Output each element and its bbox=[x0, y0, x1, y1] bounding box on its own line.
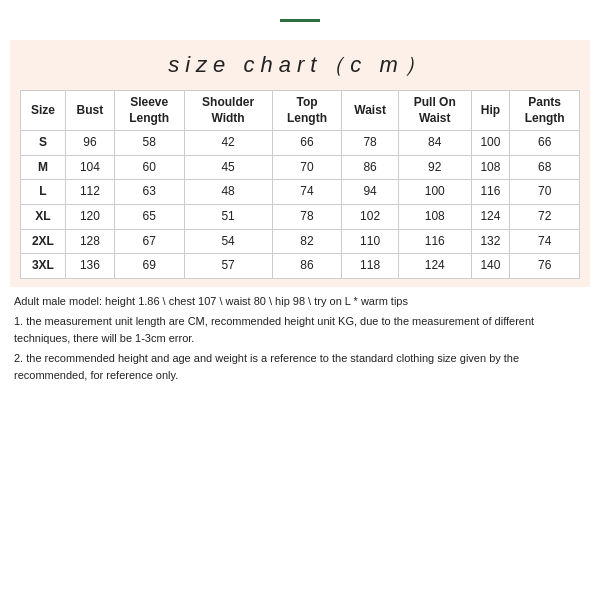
table-cell: 110 bbox=[342, 229, 399, 254]
table-cell: 120 bbox=[65, 204, 114, 229]
size-table: SizeBustSleeve LengthShoulder WidthTop L… bbox=[20, 90, 580, 279]
table-cell: 76 bbox=[510, 254, 580, 279]
table-cell: 118 bbox=[342, 254, 399, 279]
table-cell: S bbox=[21, 131, 66, 156]
table-cell: 124 bbox=[398, 254, 471, 279]
table-cell: 86 bbox=[342, 155, 399, 180]
top-bar bbox=[0, 0, 600, 40]
table-cell: 60 bbox=[114, 155, 184, 180]
table-cell: 42 bbox=[184, 131, 272, 156]
table-cell: 66 bbox=[510, 131, 580, 156]
table-cell: 94 bbox=[342, 180, 399, 205]
chart-title: size chart（c m） bbox=[20, 50, 580, 80]
table-cell: 100 bbox=[398, 180, 471, 205]
table-cell: 128 bbox=[65, 229, 114, 254]
table-cell: 68 bbox=[510, 155, 580, 180]
table-cell: 45 bbox=[184, 155, 272, 180]
table-row: M104604570869210868 bbox=[21, 155, 580, 180]
table-cell: 70 bbox=[510, 180, 580, 205]
table-cell: 54 bbox=[184, 229, 272, 254]
size-chart-container: size chart（c m） SizeBustSleeve LengthSho… bbox=[10, 40, 590, 287]
table-cell: 2XL bbox=[21, 229, 66, 254]
table-cell: 108 bbox=[471, 155, 510, 180]
table-header-cell: Waist bbox=[342, 91, 399, 131]
table-cell: 82 bbox=[272, 229, 342, 254]
table-cell: 78 bbox=[272, 204, 342, 229]
table-cell: 124 bbox=[471, 204, 510, 229]
table-cell: 58 bbox=[114, 131, 184, 156]
table-cell: 116 bbox=[471, 180, 510, 205]
table-cell: 132 bbox=[471, 229, 510, 254]
table-row: XL12065517810210812472 bbox=[21, 204, 580, 229]
table-row: S96584266788410066 bbox=[21, 131, 580, 156]
table-cell: 74 bbox=[510, 229, 580, 254]
table-cell: 57 bbox=[184, 254, 272, 279]
table-cell: 136 bbox=[65, 254, 114, 279]
table-row: 3XL13669578611812414076 bbox=[21, 254, 580, 279]
table-cell: 116 bbox=[398, 229, 471, 254]
table-header-cell: Size bbox=[21, 91, 66, 131]
table-cell: 69 bbox=[114, 254, 184, 279]
tip1-note: 1. the measurement unit length are CM, r… bbox=[14, 313, 586, 346]
table-header-cell: Hip bbox=[471, 91, 510, 131]
table-cell: XL bbox=[21, 204, 66, 229]
top-bar-accent bbox=[280, 19, 320, 22]
table-cell: 112 bbox=[65, 180, 114, 205]
table-cell: 96 bbox=[65, 131, 114, 156]
table-cell: 70 bbox=[272, 155, 342, 180]
table-header-row: SizeBustSleeve LengthShoulder WidthTop L… bbox=[21, 91, 580, 131]
table-header-cell: Pants Length bbox=[510, 91, 580, 131]
table-cell: 86 bbox=[272, 254, 342, 279]
table-cell: 84 bbox=[398, 131, 471, 156]
table-cell: 65 bbox=[114, 204, 184, 229]
table-cell: 102 bbox=[342, 204, 399, 229]
table-cell: 3XL bbox=[21, 254, 66, 279]
table-header-cell: Bust bbox=[65, 91, 114, 131]
tip2-note: 2. the recommended height and age and we… bbox=[14, 350, 586, 383]
table-header-cell: Top Length bbox=[272, 91, 342, 131]
table-cell: 63 bbox=[114, 180, 184, 205]
table-row: L1126348749410011670 bbox=[21, 180, 580, 205]
table-cell: 74 bbox=[272, 180, 342, 205]
table-header-cell: Pull On Waist bbox=[398, 91, 471, 131]
table-cell: 48 bbox=[184, 180, 272, 205]
table-cell: 108 bbox=[398, 204, 471, 229]
table-cell: 66 bbox=[272, 131, 342, 156]
table-cell: L bbox=[21, 180, 66, 205]
table-cell: 78 bbox=[342, 131, 399, 156]
table-cell: 140 bbox=[471, 254, 510, 279]
notes-section: Adult male model: height 1.86 \ chest 10… bbox=[10, 287, 590, 388]
table-cell: 100 bbox=[471, 131, 510, 156]
table-cell: 51 bbox=[184, 204, 272, 229]
table-cell: 67 bbox=[114, 229, 184, 254]
table-cell: 104 bbox=[65, 155, 114, 180]
table-row: 2XL12867548211011613274 bbox=[21, 229, 580, 254]
table-cell: 92 bbox=[398, 155, 471, 180]
table-header-cell: Sleeve Length bbox=[114, 91, 184, 131]
model-note: Adult male model: height 1.86 \ chest 10… bbox=[14, 293, 586, 310]
table-cell: M bbox=[21, 155, 66, 180]
table-cell: 72 bbox=[510, 204, 580, 229]
table-header-cell: Shoulder Width bbox=[184, 91, 272, 131]
